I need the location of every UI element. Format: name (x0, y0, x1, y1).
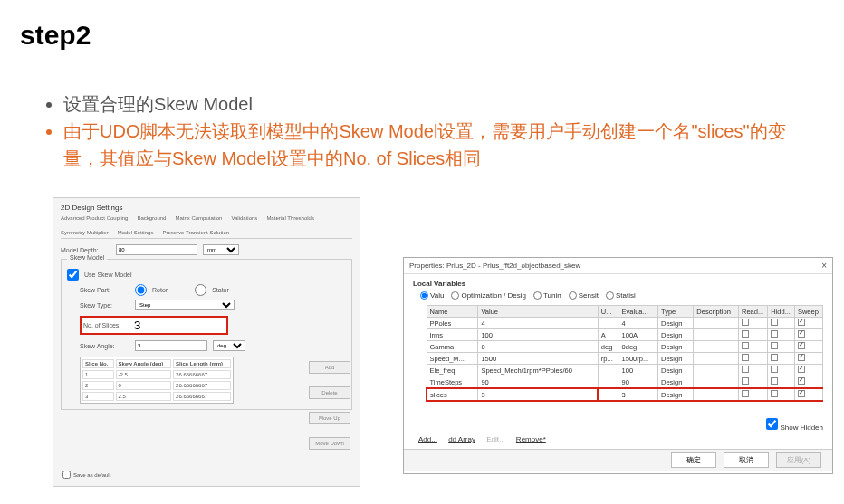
show-hidden-label: Show Hidden (780, 423, 823, 432)
skew-type-label: Skew Type: (80, 302, 129, 309)
radio-value[interactable] (420, 291, 428, 300)
ok-button[interactable]: 确定 (671, 452, 716, 468)
table-row[interactable]: 2026.66666667 (82, 381, 231, 390)
bottom-links: Add... dd Array Edit... Remove* (418, 435, 823, 443)
tab[interactable]: Symmetry Multiplier (61, 230, 109, 235)
radio-tuning[interactable] (533, 291, 542, 300)
th: Slice No. (82, 359, 114, 368)
move-up-button[interactable]: Move Up (309, 412, 350, 424)
bullet-1: 设置合理的Skew Model (63, 90, 817, 118)
table-row[interactable]: slices33Design (427, 388, 823, 401)
radio-statist[interactable] (606, 291, 614, 300)
remove-link[interactable]: Remove* (516, 435, 546, 443)
titlebar: Properties: Prius_2D - Prius_fft2d_objec… (404, 258, 832, 274)
add-button[interactable]: Add (309, 361, 350, 374)
table-row[interactable]: Irms100A100ADesign (427, 329, 823, 341)
view-radios: Valu Optimization / Desig Tunin Sensit S… (420, 291, 823, 300)
table-header: NameValueU...Evalua...TypeDescriptionRea… (427, 306, 823, 318)
use-skew-label: Use Skew Model (84, 271, 132, 278)
skew-angle-input[interactable] (135, 340, 207, 351)
tab[interactable]: Matrix Computation (175, 215, 222, 221)
model-depth-input[interactable] (116, 244, 197, 255)
skew-angle-unit[interactable]: deg (213, 340, 245, 351)
save-default-row: Save as default (62, 471, 110, 479)
radio-label: Statisi (616, 291, 636, 300)
tab[interactable]: Background (137, 215, 166, 221)
radio-label: Valu (430, 291, 444, 300)
design-settings-dialog: 2D Design Settings Advanced Product Coup… (53, 197, 360, 487)
tabs-row: Advanced Product Coupling Background Mat… (61, 215, 352, 239)
bullet-list: 设置合理的Skew Model 由于UDO脚本无法读取到模型中的Skew Mod… (45, 90, 817, 172)
page-title: step2 (20, 20, 91, 51)
dialog-footer: 确定 取消 应用(A) (404, 449, 832, 471)
no-slices-input[interactable] (134, 319, 225, 332)
no-slices-label: No. of Slices: (83, 322, 129, 328)
slice-table: Slice No.Skew Angle (deg)Slice Length (m… (80, 357, 234, 404)
radio-label: Optimization / Desig (461, 291, 526, 300)
no-of-slices-row: No. of Slices: (80, 316, 228, 335)
edit-link: Edit... (486, 435, 504, 443)
tab[interactable]: Validations (231, 215, 257, 221)
move-down-button[interactable]: Move Down (309, 437, 350, 450)
close-icon[interactable]: × (821, 261, 827, 271)
model-depth-unit[interactable]: mm (203, 244, 239, 255)
save-default-checkbox[interactable] (62, 471, 71, 479)
local-variables-label: Local Variables (413, 280, 823, 288)
table-row[interactable]: 1-2.526.66666667 (82, 370, 231, 379)
radio-opt[interactable] (451, 291, 459, 300)
th: Skew Angle (deg) (116, 359, 172, 368)
radio-label: Sensit (579, 291, 599, 300)
table-row[interactable]: TimeSteps9090Design (427, 376, 823, 389)
radio-label: Tunin (543, 291, 561, 300)
variables-table: NameValueU...Evalua...TypeDescriptionRea… (426, 305, 823, 402)
rotor-label: Rotor (152, 287, 168, 293)
skew-part-label: Skew Part: (80, 287, 129, 293)
add-link[interactable]: Add... (418, 435, 437, 443)
properties-dialog: Properties: Prius_2D - Prius_fft2d_objec… (403, 257, 833, 474)
bullet-2: 由于UDO脚本无法读取到模型中的Skew Model设置，需要用户手动创建一个名… (63, 118, 817, 172)
dialog-title: Properties: Prius_2D - Prius_fft2d_objec… (409, 262, 580, 270)
tab[interactable]: Advanced Product Coupling (61, 215, 128, 221)
use-skew-checkbox[interactable] (67, 269, 79, 281)
table-row[interactable]: Speed_M...1500rp...1500rp...Design (427, 353, 823, 365)
table-row[interactable]: Ele_freqSpeed_Mech/1rpm*PPoles/60100Desi… (427, 365, 823, 376)
model-depth-label: Model Depth: (61, 247, 110, 253)
dialog-header: 2D Design Settings (61, 204, 352, 212)
add-array-link[interactable]: dd Array (448, 435, 475, 443)
side-buttons: Add Delete Move Up Move Down (309, 361, 350, 450)
show-hidden-row: Show Hidden (413, 418, 823, 432)
group-legend: Skew Model (67, 254, 107, 261)
cancel-button[interactable]: 取消 (724, 452, 769, 468)
skew-type-select[interactable]: Step (135, 300, 235, 310)
rotor-radio[interactable] (135, 284, 147, 296)
radio-sensit[interactable] (569, 291, 577, 300)
show-hidden-checkbox[interactable] (766, 418, 778, 430)
table-row[interactable]: Gamma0deg0degDesign (427, 341, 823, 353)
table-row[interactable]: PPoles44Design (427, 318, 823, 329)
tab[interactable]: Preserve Transient Solution (162, 230, 229, 235)
table-row[interactable]: 32.526.66666667 (82, 392, 231, 401)
stator-label: Stator (212, 287, 229, 293)
stator-radio[interactable] (195, 284, 206, 296)
delete-button[interactable]: Delete (309, 386, 350, 399)
tab[interactable]: Model Settings (118, 230, 154, 235)
tab[interactable]: Material Thresholds (266, 215, 314, 221)
save-default-label: Save as default (73, 472, 110, 478)
apply-button[interactable]: 应用(A) (776, 452, 821, 468)
skew-angle-label: Skew Angle: (80, 343, 129, 349)
th: Slice Length (mm) (173, 359, 231, 368)
